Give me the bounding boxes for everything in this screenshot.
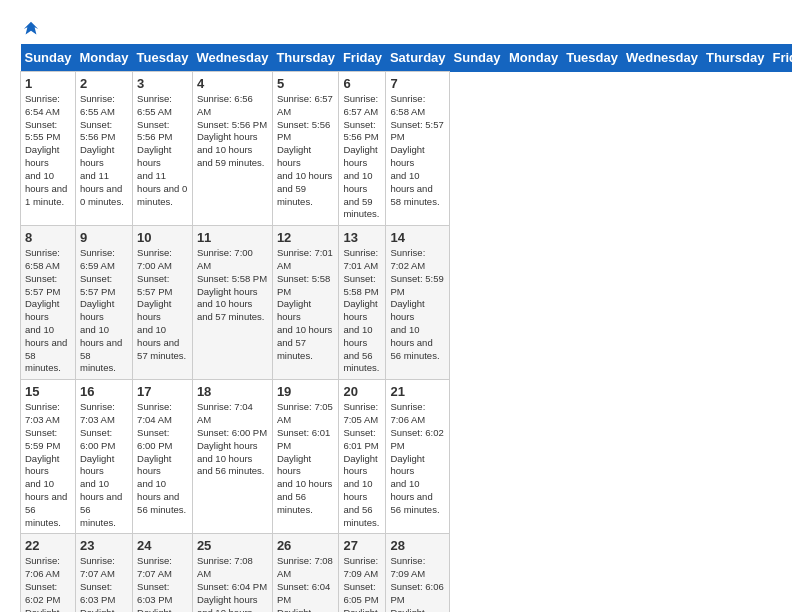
calendar-cell: 16 Sunrise: 7:03 AM Sunset: 6:00 PM Dayl… [75,380,132,534]
day-number: 27 [343,538,381,553]
calendar-cell: 25 Sunrise: 7:08 AM Sunset: 6:04 PM Dayl… [192,534,272,612]
day-number: 17 [137,384,188,399]
day-number: 11 [197,230,268,245]
calendar-cell: 12 Sunrise: 7:01 AM Sunset: 5:58 PM Dayl… [272,226,339,380]
col-header-monday: Monday [75,44,132,72]
logo-bird-icon [22,20,40,38]
day-number: 13 [343,230,381,245]
day-info: Sunrise: 7:05 AM Sunset: 6:01 PM Dayligh… [277,401,335,516]
calendar-cell: 19 Sunrise: 7:05 AM Sunset: 6:01 PM Dayl… [272,380,339,534]
day-number: 22 [25,538,71,553]
day-info: Sunrise: 6:55 AM Sunset: 5:56 PM Dayligh… [80,93,128,208]
day-info: Sunrise: 7:04 AM Sunset: 6:00 PM Dayligh… [197,401,268,478]
calendar-cell: 20 Sunrise: 7:05 AM Sunset: 6:01 PM Dayl… [339,380,386,534]
day-info: Sunrise: 7:07 AM Sunset: 6:03 PM Dayligh… [137,555,188,612]
calendar-cell: 24 Sunrise: 7:07 AM Sunset: 6:03 PM Dayl… [133,534,193,612]
day-number: 4 [197,76,268,91]
col-header-saturday: Saturday [386,44,450,72]
calendar-cell: 21 Sunrise: 7:06 AM Sunset: 6:02 PM Dayl… [386,380,450,534]
day-number: 10 [137,230,188,245]
day-info: Sunrise: 7:02 AM Sunset: 5:59 PM Dayligh… [390,247,445,362]
day-number: 26 [277,538,335,553]
calendar-cell: 6 Sunrise: 6:57 AM Sunset: 5:56 PM Dayli… [339,72,386,226]
logo [20,20,40,34]
day-info: Sunrise: 7:00 AM Sunset: 5:58 PM Dayligh… [197,247,268,324]
col-header-sunday: Sunday [21,44,76,72]
calendar-week-3: 15 Sunrise: 7:03 AM Sunset: 5:59 PM Dayl… [21,380,793,534]
day-info: Sunrise: 6:59 AM Sunset: 5:57 PM Dayligh… [80,247,128,375]
calendar-cell: 3 Sunrise: 6:55 AM Sunset: 5:56 PM Dayli… [133,72,193,226]
calendar-week-2: 8 Sunrise: 6:58 AM Sunset: 5:57 PM Dayli… [21,226,793,380]
day-info: Sunrise: 6:54 AM Sunset: 5:55 PM Dayligh… [25,93,71,208]
calendar-cell: 2 Sunrise: 6:55 AM Sunset: 5:56 PM Dayli… [75,72,132,226]
calendar-cell: 7 Sunrise: 6:58 AM Sunset: 5:57 PM Dayli… [386,72,450,226]
day-number: 14 [390,230,445,245]
calendar-cell: 18 Sunrise: 7:04 AM Sunset: 6:00 PM Dayl… [192,380,272,534]
calendar-header-row: SundayMondayTuesdayWednesdayThursdayFrid… [21,44,793,72]
col-header-sunday: Sunday [450,44,505,72]
day-info: Sunrise: 7:08 AM Sunset: 6:04 PM Dayligh… [197,555,268,612]
col-header-tuesday: Tuesday [133,44,193,72]
calendar-cell: 8 Sunrise: 6:58 AM Sunset: 5:57 PM Dayli… [21,226,76,380]
calendar-cell: 22 Sunrise: 7:06 AM Sunset: 6:02 PM Dayl… [21,534,76,612]
day-info: Sunrise: 6:58 AM Sunset: 5:57 PM Dayligh… [25,247,71,375]
calendar-cell: 9 Sunrise: 6:59 AM Sunset: 5:57 PM Dayli… [75,226,132,380]
day-number: 12 [277,230,335,245]
calendar-cell: 14 Sunrise: 7:02 AM Sunset: 5:59 PM Dayl… [386,226,450,380]
day-number: 3 [137,76,188,91]
day-info: Sunrise: 7:01 AM Sunset: 5:58 PM Dayligh… [277,247,335,362]
col-header-thursday: Thursday [702,44,769,72]
calendar-cell: 5 Sunrise: 6:57 AM Sunset: 5:56 PM Dayli… [272,72,339,226]
day-number: 25 [197,538,268,553]
calendar-cell: 27 Sunrise: 7:09 AM Sunset: 6:05 PM Dayl… [339,534,386,612]
day-info: Sunrise: 7:08 AM Sunset: 6:04 PM Dayligh… [277,555,335,612]
calendar-cell: 26 Sunrise: 7:08 AM Sunset: 6:04 PM Dayl… [272,534,339,612]
calendar-cell: 23 Sunrise: 7:07 AM Sunset: 6:03 PM Dayl… [75,534,132,612]
day-info: Sunrise: 7:09 AM Sunset: 6:05 PM Dayligh… [343,555,381,612]
day-number: 24 [137,538,188,553]
col-header-thursday: Thursday [272,44,339,72]
header [20,20,772,34]
calendar-cell: 28 Sunrise: 7:09 AM Sunset: 6:06 PM Dayl… [386,534,450,612]
col-header-wednesday: Wednesday [192,44,272,72]
day-number: 7 [390,76,445,91]
day-number: 28 [390,538,445,553]
calendar-cell: 4 Sunrise: 6:56 AM Sunset: 5:56 PM Dayli… [192,72,272,226]
day-info: Sunrise: 7:04 AM Sunset: 6:00 PM Dayligh… [137,401,188,516]
col-header-monday: Monday [505,44,562,72]
calendar-cell: 17 Sunrise: 7:04 AM Sunset: 6:00 PM Dayl… [133,380,193,534]
day-number: 15 [25,384,71,399]
day-number: 16 [80,384,128,399]
day-number: 18 [197,384,268,399]
day-info: Sunrise: 7:07 AM Sunset: 6:03 PM Dayligh… [80,555,128,612]
day-number: 9 [80,230,128,245]
calendar-cell: 15 Sunrise: 7:03 AM Sunset: 5:59 PM Dayl… [21,380,76,534]
day-info: Sunrise: 7:05 AM Sunset: 6:01 PM Dayligh… [343,401,381,529]
day-info: Sunrise: 7:01 AM Sunset: 5:58 PM Dayligh… [343,247,381,375]
day-number: 2 [80,76,128,91]
day-info: Sunrise: 7:03 AM Sunset: 5:59 PM Dayligh… [25,401,71,529]
day-info: Sunrise: 7:00 AM Sunset: 5:57 PM Dayligh… [137,247,188,362]
day-number: 19 [277,384,335,399]
calendar-table: SundayMondayTuesdayWednesdayThursdayFrid… [20,44,792,612]
calendar-cell: 1 Sunrise: 6:54 AM Sunset: 5:55 PM Dayli… [21,72,76,226]
day-number: 5 [277,76,335,91]
day-info: Sunrise: 7:06 AM Sunset: 6:02 PM Dayligh… [390,401,445,516]
day-number: 1 [25,76,71,91]
day-info: Sunrise: 7:03 AM Sunset: 6:00 PM Dayligh… [80,401,128,529]
svg-marker-0 [24,22,38,35]
day-number: 20 [343,384,381,399]
day-info: Sunrise: 6:57 AM Sunset: 5:56 PM Dayligh… [277,93,335,208]
day-info: Sunrise: 7:09 AM Sunset: 6:06 PM Dayligh… [390,555,445,612]
day-number: 23 [80,538,128,553]
calendar-cell: 11 Sunrise: 7:00 AM Sunset: 5:58 PM Dayl… [192,226,272,380]
day-info: Sunrise: 7:06 AM Sunset: 6:02 PM Dayligh… [25,555,71,612]
calendar-cell: 13 Sunrise: 7:01 AM Sunset: 5:58 PM Dayl… [339,226,386,380]
day-number: 6 [343,76,381,91]
calendar-cell: 10 Sunrise: 7:00 AM Sunset: 5:57 PM Dayl… [133,226,193,380]
day-number: 8 [25,230,71,245]
day-info: Sunrise: 6:57 AM Sunset: 5:56 PM Dayligh… [343,93,381,221]
col-header-wednesday: Wednesday [622,44,702,72]
col-header-friday: Friday [339,44,386,72]
day-info: Sunrise: 6:56 AM Sunset: 5:56 PM Dayligh… [197,93,268,170]
